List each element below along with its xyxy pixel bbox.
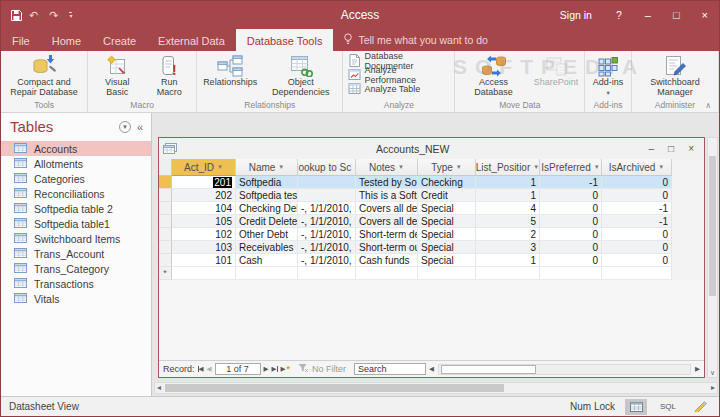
ribbon-button-add-ins[interactable]: Add-ins ▾	[588, 53, 628, 97]
sidebar-item-allotments[interactable]: Allotments	[1, 156, 151, 171]
maximize-button[interactable]: □	[662, 1, 691, 29]
cell-isarchived[interactable]: 0	[602, 241, 672, 254]
column-header-act-id[interactable]: Act_ID▼	[172, 159, 236, 176]
design-view-button[interactable]	[689, 399, 711, 415]
column-dropdown-icon[interactable]: ▼	[278, 164, 284, 170]
empty-cell[interactable]	[476, 267, 540, 280]
cell-ispreferred[interactable]: 0	[540, 228, 602, 241]
ribbon-button-object-dependencies[interactable]: Object Dependencies	[262, 53, 339, 97]
cell-type[interactable]: Special	[418, 215, 476, 228]
cell-notes[interactable]: This is a Softpe	[356, 189, 418, 202]
cell-notes[interactable]: Covers all dele	[356, 202, 418, 215]
navigation-pane-menu-button[interactable]: ▼	[119, 121, 131, 133]
column-header-list-positior[interactable]: List_Positior▼	[476, 159, 540, 176]
tab-home[interactable]: Home	[41, 29, 92, 51]
column-header-notes[interactable]: Notes▼	[356, 159, 418, 176]
sidebar-item-switchboard-items[interactable]: Switchboard Items	[1, 231, 151, 246]
sign-in-button[interactable]: Sign in	[548, 1, 604, 29]
column-header-isarchived[interactable]: IsArchived▼	[602, 159, 672, 176]
column-header-name[interactable]: Name▼	[236, 159, 298, 176]
cell-notes[interactable]: Tested by Softp	[356, 176, 418, 189]
ribbon-button-run-macro[interactable]: !Run Macro	[145, 53, 193, 97]
tab-create[interactable]: Create	[92, 29, 147, 51]
ribbon-button-access-database[interactable]: Access Database	[458, 53, 528, 97]
new-record-button[interactable]: ▶*	[281, 364, 291, 374]
last-record-button[interactable]: ▶	[272, 365, 278, 373]
column-header-ispreferred[interactable]: IsPreferred▼	[540, 159, 602, 176]
row-selector[interactable]	[159, 228, 172, 241]
help-button[interactable]: ?	[604, 1, 634, 29]
cell-lookup-to-sc[interactable]: -, 1/1/2010, 1/1	[298, 215, 356, 228]
ribbon-button-analyze-table[interactable]: Analyze Table	[346, 82, 422, 96]
cell-isarchived[interactable]: -1	[602, 202, 672, 215]
column-dropdown-icon[interactable]: ▼	[217, 164, 223, 170]
hscroll-thumb[interactable]	[165, 384, 504, 392]
empty-cell[interactable]	[356, 267, 418, 280]
empty-cell[interactable]	[540, 267, 602, 280]
cell-act-id[interactable]: 103	[172, 241, 236, 254]
cell-isarchived[interactable]: 0	[602, 254, 672, 267]
cell-lookup-to-sc[interactable]	[298, 189, 356, 202]
cell-ispreferred[interactable]: 0	[540, 254, 602, 267]
tab-database-tools[interactable]: Database Tools	[236, 29, 334, 51]
row-selector[interactable]	[159, 215, 172, 228]
datasheet-scroll-left-button[interactable]: ◀	[429, 365, 434, 373]
datasheet-scroll-right-button[interactable]: ▶	[695, 365, 700, 373]
row-selector[interactable]	[159, 189, 172, 202]
column-dropdown-icon[interactable]: ▼	[456, 164, 462, 170]
datasheet-view-button[interactable]	[625, 399, 647, 415]
record-position[interactable]: 1 of 7	[215, 363, 261, 375]
sidebar-item-trans-account[interactable]: Trans_Account	[1, 246, 151, 261]
cell-type[interactable]: Special	[418, 228, 476, 241]
empty-cell[interactable]	[602, 267, 672, 280]
scroll-right-icon[interactable]: ▸	[711, 384, 715, 392]
cell-type[interactable]: Special	[418, 241, 476, 254]
cell-type[interactable]: Special	[418, 254, 476, 267]
datasheet-horizontal-scrollbar[interactable]	[438, 364, 691, 375]
cell-act-id[interactable]: 102	[172, 228, 236, 241]
new-record-row[interactable]: *	[159, 267, 704, 280]
sidebar-item-reconciliations[interactable]: Reconciliations	[1, 186, 151, 201]
cell-act-id[interactable]: 202	[172, 189, 236, 202]
cell-ispreferred[interactable]: 0	[540, 241, 602, 254]
ribbon-button-visual-basic[interactable]: Visual Basic	[91, 53, 143, 97]
column-dropdown-icon[interactable]: ▼	[594, 164, 600, 170]
first-record-button[interactable]: ◀	[198, 365, 204, 373]
row-selector[interactable]	[159, 254, 172, 267]
ribbon-button-analyze-performance[interactable]: Analyze Performance	[346, 68, 451, 82]
close-button[interactable]: ×	[691, 1, 719, 29]
row-selector[interactable]	[159, 176, 172, 189]
cell-list-positior[interactable]: 1	[476, 254, 540, 267]
cell-list-positior[interactable]: 1	[476, 189, 540, 202]
cell-type[interactable]: Checking	[418, 176, 476, 189]
cell-lookup-to-sc[interactable]: -, 1/1/2010, 1/1	[298, 254, 356, 267]
cell-notes[interactable]: Covers all dele	[356, 215, 418, 228]
column-dropdown-icon[interactable]: ▼	[658, 164, 664, 170]
ribbon-button-compact-and-repair-database[interactable]: Compact and Repair Database	[4, 53, 84, 97]
scroll-left-icon[interactable]: ◂	[157, 384, 161, 392]
sidebar-item-softpedia-table1[interactable]: Softpedia table1	[1, 216, 151, 231]
empty-cell[interactable]	[236, 267, 298, 280]
cell-isarchived[interactable]: 0	[602, 189, 672, 202]
empty-cell[interactable]	[298, 267, 356, 280]
cell-act-id[interactable]: 105	[172, 215, 236, 228]
sidebar-item-softpedia-table-2[interactable]: Softpedia table 2	[1, 201, 151, 216]
cell-ispreferred[interactable]: 0	[540, 189, 602, 202]
cell-list-positior[interactable]: 1	[476, 176, 540, 189]
empty-cell[interactable]	[172, 267, 236, 280]
cell-name[interactable]: Cash	[236, 254, 298, 267]
datasheet-hscroll-thumb[interactable]	[441, 365, 536, 374]
cell-name[interactable]: Softpedia	[236, 176, 298, 189]
cell-name[interactable]: Softpedia test	[236, 189, 298, 202]
cell-lookup-to-sc[interactable]	[298, 176, 356, 189]
cell-isarchived[interactable]: 0	[602, 228, 672, 241]
workarea-horizontal-scrollbar[interactable]: ◂ ▸	[154, 382, 718, 394]
column-dropdown-icon[interactable]: ▼	[398, 164, 404, 170]
cell-ispreferred[interactable]: -1	[540, 176, 602, 189]
doc-maximize-button[interactable]: □	[668, 143, 674, 154]
cell-list-positior[interactable]: 2	[476, 228, 540, 241]
minimize-button[interactable]: –	[634, 1, 662, 29]
cell-notes[interactable]: Short-term out	[356, 241, 418, 254]
sidebar-item-categories[interactable]: Categories	[1, 171, 151, 186]
cell-notes[interactable]: Short-term deb	[356, 228, 418, 241]
